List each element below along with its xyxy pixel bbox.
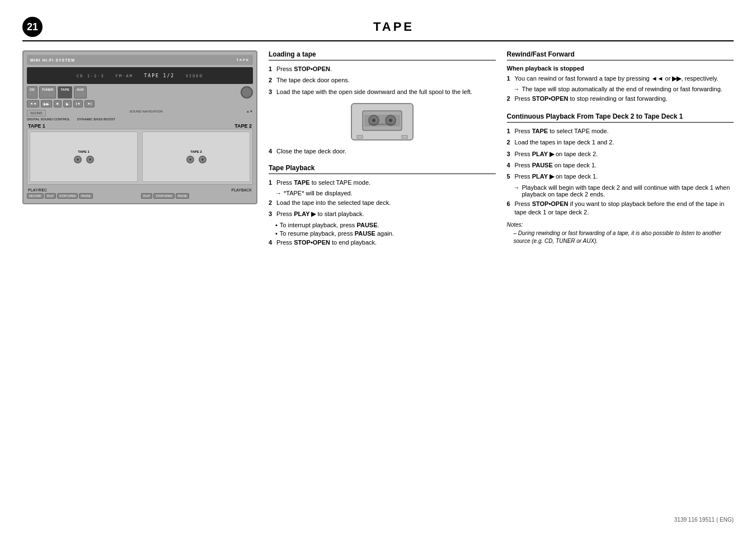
tape-btn[interactable]: TAPE xyxy=(58,86,72,99)
transport-row: ◄◄ ▶▶ ■ ▶ |◄ ►| xyxy=(27,100,253,107)
svg-rect-8 xyxy=(357,135,363,138)
tape-section: TAPE 1 TAPE 2 xyxy=(27,129,253,185)
cont-step-num-5: 5 xyxy=(507,172,515,181)
pause-bold-3: PAUSE xyxy=(532,162,553,168)
stop-open-btn-deck2[interactable]: STOP·OPEN xyxy=(153,193,174,199)
playback-bullet-text-2: To resume playback, press PAUSE again. xyxy=(280,230,394,237)
spool-1a xyxy=(74,156,82,163)
skip-fwd-btn[interactable]: ►| xyxy=(84,100,95,107)
cassette-illustration xyxy=(269,101,496,143)
step-text-4: Close the tape deck door. xyxy=(276,147,496,156)
page-container: 21 TAPE MINI HI-FI SYSTEM TAPE CD 1·2·3 … xyxy=(0,0,756,534)
skip-back-btn[interactable]: |◄ xyxy=(73,100,83,107)
record-btn[interactable]: RECORD xyxy=(27,193,44,199)
step-num-3: 3 xyxy=(269,88,276,96)
device-brand: MINI HI-FI SYSTEM xyxy=(30,58,75,62)
aux-btn[interactable]: AUX xyxy=(74,86,87,99)
playback-bullet-2: • To resume playback, press PAUSE again. xyxy=(269,230,496,237)
cont-text-2: Load the tapes in tape deck 1 and 2. xyxy=(515,138,734,147)
notes-text: – During rewinding or fast forwarding of… xyxy=(507,229,734,245)
step-num-1: 1 xyxy=(269,65,276,73)
main-content: MINI HI-FI SYSTEM TAPE CD 1·2·3 FM·AM TA… xyxy=(22,50,734,250)
device-model-label: TAPE xyxy=(236,58,250,62)
bass-controls-row: DIGITAL SOUND CONTROL DYNAMIC BASS BOOST xyxy=(27,118,253,121)
rewind-section-title: Rewind/Fast Forward xyxy=(507,50,734,60)
rewind-arrow-1: → The tape will stop automatically at th… xyxy=(514,86,734,92)
playback-text-1: Press TAPE to select TAPE mode. xyxy=(276,179,496,187)
playback-step-1: 1 Press TAPE to select TAPE mode. xyxy=(269,179,496,187)
play-btn[interactable]: ▶ xyxy=(63,100,72,107)
notes-section: Notes: – During rewinding or fast forwar… xyxy=(507,222,734,245)
cont-text-6: Press STOP•OPEN if you want to stop play… xyxy=(515,200,734,217)
cont-step-num-4: 4 xyxy=(507,161,515,170)
notes-title: Notes: xyxy=(507,222,734,228)
playback-step-num-1: 1 xyxy=(269,179,276,187)
cont-step-2: 2 Load the tapes in tape deck 1 and 2. xyxy=(507,138,734,147)
pause-bold-2: PAUSE xyxy=(355,230,375,237)
playback-text-3: Press PLAY ▶ to start playback. xyxy=(276,210,496,218)
stop-open-bold-1: STOP•OPEN xyxy=(294,65,330,72)
spool-1b xyxy=(86,156,94,163)
tape2-label: TAPE 2 xyxy=(234,123,252,129)
rew-btn[interactable]: ◄◄ xyxy=(27,100,39,107)
pause-btn-deck2[interactable]: PAUSE xyxy=(176,193,190,199)
stop-btn[interactable]: ■ xyxy=(54,100,62,107)
svg-point-6 xyxy=(389,119,392,122)
play-btn-deck1[interactable]: PLAY xyxy=(45,193,56,199)
continuous-section-title: Continuous Playback From Tape Deck 2 to … xyxy=(507,113,734,123)
tape-spools-1 xyxy=(74,156,94,163)
rewind-step-num-1: 1 xyxy=(507,74,515,83)
playback-step-num-2: 2 xyxy=(269,199,276,207)
arrow-sym-2: → xyxy=(514,86,520,92)
rewind-arrow-text: The tape will stop automatically at the … xyxy=(522,86,722,92)
playback-step-num-3: 3 xyxy=(269,210,276,218)
stop-open-bold-2: STOP•OPEN xyxy=(294,239,330,246)
sound-btn[interactable]: SOUND xyxy=(27,110,46,116)
stop-open-btn-deck1[interactable]: STOP·OPEN xyxy=(57,193,78,199)
step-num-2: 2 xyxy=(269,76,276,85)
instructions-area: Loading a tape 1 Press STOP•OPEN. 2 The … xyxy=(269,50,734,250)
loading-section-title: Loading a tape xyxy=(269,50,496,60)
arrow-sym-1: → xyxy=(275,190,281,196)
rew-bold: ◄◄ xyxy=(651,75,664,82)
cd-btn[interactable]: CD xyxy=(27,86,37,99)
rewind-step-2: 2 Press STOP•OPEN to stop rewinding or f… xyxy=(507,95,734,103)
loading-step-4: 4 Close the tape deck door. xyxy=(269,147,496,156)
playback-bullet-1: • To interrupt playback, press PAUSE. xyxy=(269,222,496,228)
playback-text-4: Press STOP•OPEN to end playback. xyxy=(276,238,496,247)
source-buttons-row: CD TUNER TAPE AUX xyxy=(27,86,253,99)
device-display: CD 1·2·3 FM·AM TAPE 1/2 VIDEO xyxy=(27,67,253,84)
play-bold-2: PLAY ▶ xyxy=(532,151,554,157)
fwd-btn[interactable]: ▶▶ xyxy=(41,100,52,107)
sound-controls-row: SOUND SOUND NAVIGATION ▲▼ xyxy=(27,110,253,116)
playback-step-num-4: 4 xyxy=(269,238,276,247)
cont-step-5: 5 Press PLAY ▶ on tape deck 1. xyxy=(507,172,734,181)
cont-step-num-1: 1 xyxy=(507,127,515,135)
deck-controls-bottom: RECORD PLAY STOP·OPEN PAUSE PLAY STOP·OP… xyxy=(27,193,253,199)
spool-2b xyxy=(199,156,206,163)
rewind-step-1: 1 You can rewind or fast forward a tape … xyxy=(507,74,734,83)
digital-sound-label: DIGITAL SOUND CONTROL xyxy=(27,118,70,121)
tape1-label: TAPE 1 xyxy=(28,123,45,129)
cont-arrow-1: → Playback will begin with tape deck 2 a… xyxy=(514,184,734,198)
middle-column: Loading a tape 1 Press STOP•OPEN. 2 The … xyxy=(269,50,496,250)
pause-btn-deck1[interactable]: PAUSE xyxy=(79,193,93,199)
tuner-btn[interactable]: TUNER xyxy=(39,86,57,99)
cont-step-1: 1 Press TAPE to select TAPE mode. xyxy=(507,127,734,135)
volume-knob[interactable] xyxy=(241,86,253,99)
device-illustration-column: MINI HI-FI SYSTEM TAPE CD 1·2·3 FM·AM TA… xyxy=(22,50,257,250)
sound-nav-label: SOUND NAVIGATION xyxy=(48,110,245,116)
arrow-sym-3: → xyxy=(514,184,520,198)
cont-text-5: Press PLAY ▶ on tape deck 1. xyxy=(515,172,734,181)
playback-step-3: 3 Press PLAY ▶ to start playback. xyxy=(269,210,496,218)
playback-arrow-1: → *TAPE* will be displayed. xyxy=(275,190,496,196)
cont-arrow-text: Playback will begin with tape deck 2 and… xyxy=(522,184,734,198)
tape-slot-2-label: TAPE 2 xyxy=(190,150,202,153)
page-header: 21 TAPE xyxy=(22,17,734,41)
play-btn-deck2[interactable]: PLAY xyxy=(141,193,152,199)
tape-bold-2: TAPE xyxy=(532,128,548,134)
bullet-sym-1: • xyxy=(275,222,278,228)
page-footer: 3139 116 19511 ( ENG) xyxy=(674,517,734,523)
tape-slot-1: TAPE 1 xyxy=(30,132,138,182)
tape-deck-labels: TAPE 1 TAPE 2 xyxy=(27,123,253,129)
